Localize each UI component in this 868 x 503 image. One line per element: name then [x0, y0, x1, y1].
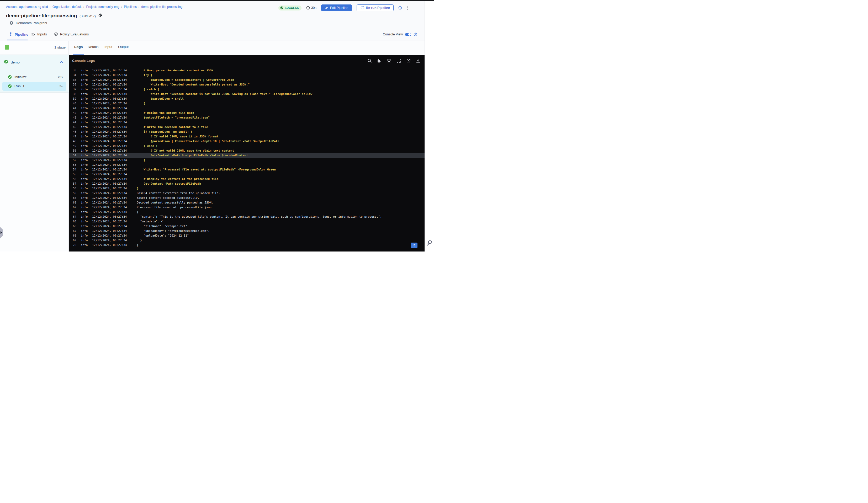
console-tab-details[interactable]: Details: [87, 45, 99, 49]
log-level: info: [81, 191, 88, 196]
log-line-60: 60info12/12/2024, 00:27:34Base64 content…: [69, 196, 425, 200]
log-message: # If valid JSON, save it in JSON format: [137, 134, 218, 139]
log-line-64: 64info12/12/2024, 00:27:34 "content": "T…: [69, 214, 425, 219]
duration-label: 30s: [311, 6, 317, 10]
log-level: info: [81, 205, 88, 210]
log-timestamp: 12/12/2024, 00:27:34: [92, 70, 127, 73]
console-view-cluster: Console View: [383, 32, 417, 36]
log-level: info: [81, 92, 88, 96]
log-message: } catch {: [137, 87, 159, 92]
log-scroller[interactable]: 33info12/12/2024, 00:27:34 # Now, parse …: [69, 70, 425, 251]
open-in-new-icon[interactable]: [406, 59, 411, 63]
log-line-number: 50: [69, 148, 76, 153]
edit-pipeline-button[interactable]: Edit Pipeline: [321, 4, 352, 11]
breadcrumb-item[interactable]: Account: app-harness-ng-cicd: [6, 5, 48, 9]
breadcrumb: Account: app-harness-ng-cicd›Organizatio…: [6, 5, 182, 9]
arrow-up-icon: [413, 244, 416, 247]
log-timestamp: 12/12/2024, 00:27:34: [92, 106, 127, 111]
log-level: info: [81, 129, 88, 134]
step-name: Run_1: [14, 84, 24, 88]
rerun-pipeline-button[interactable]: Re-run Pipeline: [356, 4, 394, 11]
main-panel: LogsDetailsInputOutput Console Logs 33in…: [69, 41, 425, 251]
log-timestamp: 12/12/2024, 00:27:34: [92, 191, 127, 196]
status-badge: SUCCESS: [278, 6, 301, 10]
log-line-50: 50info12/12/2024, 00:27:34 # If not vali…: [69, 148, 425, 153]
log-timestamp: 12/12/2024, 00:27:34: [92, 87, 127, 92]
log-timestamp: 12/12/2024, 00:27:34: [92, 129, 127, 134]
log-level: info: [81, 82, 88, 87]
log-message: # Write the decoded content to a file: [137, 125, 208, 129]
log-line-38: 38info12/12/2024, 00:27:34 Write-Host "D…: [69, 92, 425, 96]
info-icon[interactable]: [398, 6, 402, 10]
stage-count-row: 1 stage: [0, 43, 69, 54]
log-level: info: [81, 120, 88, 125]
log-line-36: 36info12/12/2024, 00:27:34 Write-Host "D…: [69, 82, 425, 87]
execution-sidebar: 1 stage demo Initialize23sRun_15s: [0, 41, 69, 251]
log-message: } else {: [137, 144, 157, 148]
log-message: "fileName": "example.txt",: [137, 224, 189, 229]
log-line-58: 58info12/12/2024, 00:27:34}: [69, 186, 425, 191]
chevron-up-icon: [60, 61, 63, 63]
log-line-39: 39info12/12/2024, 00:27:34 $parsedJson =…: [69, 96, 425, 101]
log-message: Base64 content decoded successfully.: [137, 196, 199, 200]
log-line-number: 62: [69, 205, 76, 210]
fullscreen-icon[interactable]: [396, 59, 401, 63]
log-message: $parsedJson = $null: [137, 96, 184, 101]
divider: [4, 70, 67, 70]
log-level: info: [81, 144, 88, 148]
log-timestamp: 12/12/2024, 00:27:34: [92, 139, 127, 144]
log-message: Write-Host "Decoded content successfully…: [137, 82, 249, 87]
log-timestamp: 12/12/2024, 00:27:34: [92, 144, 127, 148]
log-message: Base64 content extracted from the upload…: [137, 191, 220, 196]
log-line-37: 37info12/12/2024, 00:27:34 } catch {: [69, 87, 425, 92]
step-row-initialize[interactable]: Initialize23s: [2, 73, 66, 82]
console-tab-input[interactable]: Input: [104, 45, 112, 49]
log-timestamp: 12/12/2024, 00:27:34: [92, 148, 127, 153]
shield-check-icon: [54, 32, 58, 36]
breadcrumb-item[interactable]: Project: community-eng: [86, 5, 120, 9]
log-level: info: [81, 196, 88, 200]
breadcrumb-item[interactable]: Pipelines: [124, 5, 137, 9]
chat-bubbles-icon[interactable]: [426, 239, 433, 246]
log-message: Processed file saved at: processedFile.j…: [137, 205, 211, 210]
stage-group-header[interactable]: demo: [0, 58, 69, 67]
info-icon[interactable]: [414, 32, 417, 36]
log-timestamp: 12/12/2024, 00:27:34: [92, 77, 127, 82]
log-level: info: [81, 134, 88, 139]
tab-inputs[interactable]: Inputs: [31, 32, 47, 36]
log-message: }: [137, 101, 145, 106]
log-message: "content": "This is the uploaded file's …: [137, 214, 382, 219]
download-icon[interactable]: [416, 59, 420, 63]
log-level: info: [81, 87, 88, 92]
scroll-to-top-button[interactable]: [411, 243, 417, 248]
step-duration: 5s: [60, 85, 63, 88]
log-timestamp: 12/12/2024, 00:27:34: [92, 167, 127, 172]
log-message: }: [137, 186, 138, 191]
log-line-number: 39: [69, 96, 76, 101]
log-line-number: 51: [69, 153, 76, 158]
tab-policy-evaluations[interactable]: Policy Evaluations: [54, 32, 89, 36]
log-level: info: [81, 243, 88, 248]
log-level: info: [81, 238, 88, 243]
log-level: info: [81, 70, 88, 73]
log-timestamp: 12/12/2024, 00:27:34: [92, 115, 127, 120]
log-line-44: 44info12/12/2024, 00:27:34: [69, 120, 425, 125]
console-tab-output[interactable]: Output: [118, 45, 129, 49]
console-tab-logs[interactable]: Logs: [74, 45, 83, 49]
breadcrumb-item[interactable]: Organization: default: [52, 5, 82, 9]
log-line-number: 34: [69, 73, 76, 77]
search-icon[interactable]: [368, 59, 372, 63]
copy-icon[interactable]: [377, 59, 382, 63]
log-line-number: 60: [69, 196, 76, 200]
user-icon: [9, 21, 13, 25]
kebab-menu-icon[interactable]: [407, 6, 408, 10]
log-level: info: [81, 167, 88, 172]
step-row-run_1[interactable]: Run_15s: [2, 82, 66, 91]
tab-pipeline[interactable]: Pipeline: [9, 32, 28, 36]
log-line-69: 69info12/12/2024, 00:27:34 }: [69, 238, 425, 243]
settings-icon[interactable]: [387, 59, 391, 63]
log-line-number: 46: [69, 129, 76, 134]
log-line-57: 57info12/12/2024, 00:27:34 Get-Content -…: [69, 181, 425, 186]
log-timestamp: 12/12/2024, 00:27:34: [92, 158, 127, 163]
console-view-toggle[interactable]: [405, 33, 411, 36]
